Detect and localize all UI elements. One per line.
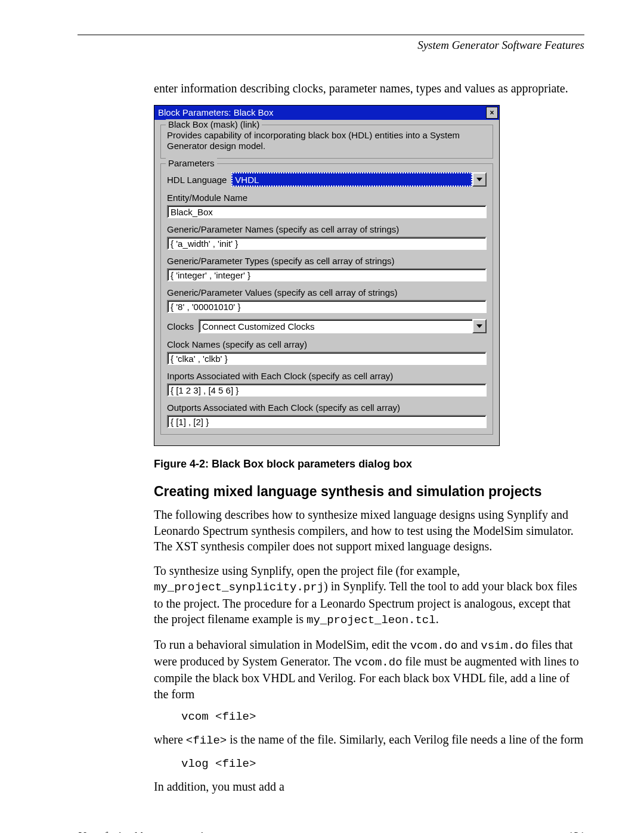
clock-names-label: Clock Names (specify as cell array) xyxy=(167,339,487,349)
block-parameters-dialog: Block Parameters: Black Box × Black Box … xyxy=(154,105,500,447)
code-block-vlog: vlog <file> xyxy=(181,757,584,770)
code-vsim-do: vsim.do xyxy=(481,639,528,652)
generic-values-label: Generic/Parameter Values (specify as cel… xyxy=(167,287,487,298)
close-icon[interactable]: × xyxy=(486,107,498,119)
p4-text-b: is the name of the file. Similarly, each… xyxy=(227,733,583,746)
dialog-title: Block Parameters: Black Box xyxy=(158,107,486,117)
p4-text-a: where xyxy=(154,733,186,746)
header-section-title: System Generator Software Features xyxy=(78,39,584,52)
hdl-language-dropdown[interactable]: VHDL xyxy=(231,172,487,187)
clock-names-input[interactable]: { 'clka' , 'clkb' } xyxy=(167,352,487,365)
hdl-language-value: VHDL xyxy=(231,172,472,187)
dialog-titlebar: Block Parameters: Black Box × xyxy=(154,106,499,120)
section-heading: Creating mixed language synthesis and si… xyxy=(154,484,584,500)
figure-caption: Figure 4-2: Black Box block parameters d… xyxy=(154,458,584,470)
clocks-label: Clocks xyxy=(167,321,194,332)
intro-paragraph: enter information describing clocks, par… xyxy=(154,80,584,97)
entity-name-label: Entity/Module Name xyxy=(167,193,487,203)
generic-types-label: Generic/Parameter Types (specify as cell… xyxy=(167,256,487,266)
paragraph-4: where <file> is the name of the file. Si… xyxy=(154,732,584,748)
p3-text-b: and xyxy=(457,638,481,651)
inports-input[interactable]: { [1 2 3] , [4 5 6] } xyxy=(167,383,487,397)
footer-left: Use of mixed language projects xyxy=(78,830,221,833)
paragraph-2: To synthesize using Synplify, open the p… xyxy=(154,563,584,628)
hdl-language-label: HDL Language xyxy=(167,175,227,185)
code-file-placeholder: <file> xyxy=(186,734,227,747)
dropdown-arrow-icon[interactable] xyxy=(472,319,487,333)
paragraph-1: The following describes how to synthesiz… xyxy=(154,507,584,555)
code-vcom-do: vcom.do xyxy=(410,639,458,652)
generic-types-input[interactable]: { 'integer' , 'integer' } xyxy=(167,268,487,281)
mask-description: Provides capability of incorporating bla… xyxy=(167,130,487,153)
parameters-legend: Parameters xyxy=(166,158,217,168)
paragraph-3: To run a behavioral simulation in ModelS… xyxy=(154,637,584,702)
mask-legend: Black Box (mask) (link) xyxy=(166,119,262,129)
clocks-value: Connect Customized Clocks xyxy=(199,319,472,333)
generic-values-input[interactable]: { '8' , '00001010' } xyxy=(167,300,487,313)
parameters-fieldset: Parameters HDL Language VHDL Entity/Modu… xyxy=(160,163,493,435)
paragraph-5: In addition, you must add a xyxy=(154,779,584,795)
inports-label: Inports Associated with Each Clock (spec… xyxy=(167,371,487,381)
code-vcom-do-2: vcom.do xyxy=(355,656,402,669)
p3-text-a: To run a behavioral simulation in ModelS… xyxy=(154,638,410,651)
outports-input[interactable]: { [1] , [2] } xyxy=(167,415,487,428)
generic-names-label: Generic/Parameter Names (specify as cell… xyxy=(167,224,487,234)
entity-name-input[interactable]: Black_Box xyxy=(167,205,487,218)
header-rule xyxy=(78,35,584,35)
code-tcl-file: my_project_leon.tcl xyxy=(306,614,436,627)
dropdown-arrow-icon[interactable] xyxy=(472,172,487,187)
p2-text-c: . xyxy=(436,612,439,625)
code-block-vcom: vcom <file> xyxy=(181,710,584,723)
generic-names-input[interactable]: { 'a_width' , 'init' } xyxy=(167,237,487,250)
p2-text-a: To synthesize using Synplify, open the p… xyxy=(154,564,460,577)
code-prj-file: my_project_synplicity.prj xyxy=(154,581,324,594)
clocks-dropdown[interactable]: Connect Customized Clocks xyxy=(199,319,487,333)
footer-page-number: 131 xyxy=(568,830,585,833)
outports-label: Outports Associated with Each Clock (spe… xyxy=(167,402,487,413)
mask-fieldset: Black Box (mask) (link) Provides capabil… xyxy=(160,125,493,159)
